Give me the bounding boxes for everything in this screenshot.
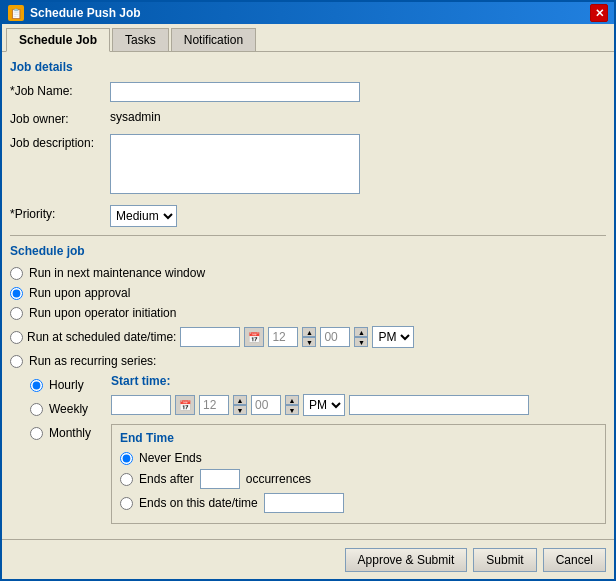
recurring-frequency-radios: Hourly Weekly Monthly <box>30 374 91 524</box>
radio-weekly[interactable] <box>30 403 43 416</box>
radio-maintenance-window-label: Run in next maintenance window <box>29 266 205 280</box>
scheduled-hour-down[interactable]: ▼ <box>302 337 316 347</box>
submit-button[interactable]: Submit <box>473 548 536 572</box>
schedule-job-title: Schedule job <box>10 244 606 258</box>
tab-bar: Schedule Job Tasks Notification <box>2 24 614 52</box>
radio-ends-after[interactable] <box>120 473 133 486</box>
scheduled-ampm-select[interactable]: AM PM <box>372 326 414 348</box>
scheduled-hour-spinner[interactable]: ▲ ▼ <box>302 327 316 347</box>
priority-select[interactable]: Low Medium High <box>110 205 177 227</box>
window-title: Schedule Push Job <box>30 6 141 20</box>
cancel-button[interactable]: Cancel <box>543 548 606 572</box>
schedule-job-section: Schedule job Run in next maintenance win… <box>10 244 606 524</box>
start-hour-up[interactable]: ▲ <box>233 395 247 405</box>
start-hour-spinner[interactable]: ▲ ▼ <box>233 395 247 415</box>
occurrences-label: occurrences <box>246 472 311 486</box>
timezone-input: (GMT-06:00) America/Chicago <box>349 395 529 415</box>
tab-content: Job details *Job Name: Job owner: sysadm… <box>2 52 614 539</box>
ends-on-input[interactable] <box>264 493 344 513</box>
radio-weekly-label: Weekly <box>49 402 88 416</box>
tab-tasks[interactable]: Tasks <box>112 28 169 51</box>
radio-scheduled-row: Run at scheduled date/time: 📅 ▲ ▼ ▲ ▼ AM… <box>10 326 606 348</box>
radio-approval-label: Run upon approval <box>29 286 130 300</box>
start-minute-up[interactable]: ▲ <box>285 395 299 405</box>
job-description-row: Job description: <box>10 134 606 197</box>
radio-hourly-row: Hourly <box>30 378 91 392</box>
never-ends-label: Never Ends <box>139 451 202 465</box>
scheduled-minute-spinner[interactable]: ▲ ▼ <box>354 327 368 347</box>
job-name-input[interactable] <box>110 82 360 102</box>
radio-monthly-row: Monthly <box>30 426 91 440</box>
tab-schedule-job[interactable]: Schedule Job <box>6 28 110 52</box>
job-owner-row: Job owner: sysadmin <box>10 110 606 126</box>
job-owner-label: Job owner: <box>10 110 110 126</box>
radio-ends-on[interactable] <box>120 497 133 510</box>
start-hour-down[interactable]: ▼ <box>233 405 247 415</box>
close-button[interactable]: ✕ <box>590 4 608 22</box>
job-owner-value: sysadmin <box>110 110 161 124</box>
radio-monthly[interactable] <box>30 427 43 440</box>
ends-after-input[interactable] <box>200 469 240 489</box>
radio-maintenance-window[interactable] <box>10 267 23 280</box>
never-ends-row: Never Ends <box>120 451 597 465</box>
radio-weekly-row: Weekly <box>30 402 91 416</box>
radio-scheduled-label: Run at scheduled date/time: <box>27 330 176 344</box>
scheduled-date-input[interactable] <box>180 327 240 347</box>
job-description-input[interactable] <box>110 134 360 194</box>
radio-maintenance-window-row: Run in next maintenance window <box>10 266 606 280</box>
end-time-title: End Time <box>120 431 597 445</box>
radio-never-ends[interactable] <box>120 452 133 465</box>
radio-hourly-label: Hourly <box>49 378 84 392</box>
schedule-push-job-window: 📋 Schedule Push Job ✕ Schedule Job Tasks… <box>0 0 616 581</box>
job-name-label: *Job Name: <box>10 82 110 98</box>
start-minute-down[interactable]: ▼ <box>285 405 299 415</box>
ends-on-row: Ends on this date/time <box>120 493 597 513</box>
scheduled-minute-up[interactable]: ▲ <box>354 327 368 337</box>
footer: Approve & Submit Submit Cancel <box>2 539 614 579</box>
start-time-title: Start time: <box>111 374 606 388</box>
priority-row: *Priority: Low Medium High <box>10 205 606 227</box>
section-divider <box>10 235 606 236</box>
priority-label: *Priority: <box>10 205 110 221</box>
start-minute-input[interactable] <box>251 395 281 415</box>
radio-hourly[interactable] <box>30 379 43 392</box>
scheduled-date-calendar-button[interactable]: 📅 <box>244 327 264 347</box>
start-date-calendar-button[interactable]: 📅 <box>175 395 195 415</box>
tab-notification[interactable]: Notification <box>171 28 256 51</box>
radio-approval-row: Run upon approval <box>10 286 606 300</box>
radio-recurring-row: Run as recurring series: <box>10 354 606 368</box>
job-description-label: Job description: <box>10 134 110 150</box>
scheduled-minute-down[interactable]: ▼ <box>354 337 368 347</box>
start-minute-spinner[interactable]: ▲ ▼ <box>285 395 299 415</box>
radio-operator-label: Run upon operator initiation <box>29 306 176 320</box>
radio-approval[interactable] <box>10 287 23 300</box>
radio-recurring[interactable] <box>10 355 23 368</box>
job-details-title: Job details <box>10 60 606 74</box>
start-time-row: 📅 ▲ ▼ ▲ ▼ AM <box>111 394 606 416</box>
radio-scheduled[interactable] <box>10 331 23 344</box>
end-time-section: End Time Never Ends Ends after occurrenc… <box>111 424 606 524</box>
window-icon: 📋 <box>8 5 24 21</box>
recurring-options: Hourly Weekly Monthly <box>30 374 606 524</box>
approve-submit-button[interactable]: Approve & Submit <box>345 548 468 572</box>
radio-operator[interactable] <box>10 307 23 320</box>
start-ampm-select[interactable]: AM PM <box>303 394 345 416</box>
ends-on-label: Ends on this date/time <box>139 496 258 510</box>
title-bar: 📋 Schedule Push Job ✕ <box>2 2 614 24</box>
ends-after-label: Ends after <box>139 472 194 486</box>
job-name-row: *Job Name: <box>10 82 606 102</box>
scheduled-minute-input[interactable] <box>320 327 350 347</box>
start-date-input[interactable] <box>111 395 171 415</box>
start-end-panel: Start time: 📅 ▲ ▼ ▲ <box>111 374 606 524</box>
radio-monthly-label: Monthly <box>49 426 91 440</box>
radio-recurring-label: Run as recurring series: <box>29 354 156 368</box>
radio-operator-row: Run upon operator initiation <box>10 306 606 320</box>
scheduled-hour-up[interactable]: ▲ <box>302 327 316 337</box>
scheduled-hour-input[interactable] <box>268 327 298 347</box>
start-hour-input[interactable] <box>199 395 229 415</box>
ends-after-row: Ends after occurrences <box>120 469 597 489</box>
